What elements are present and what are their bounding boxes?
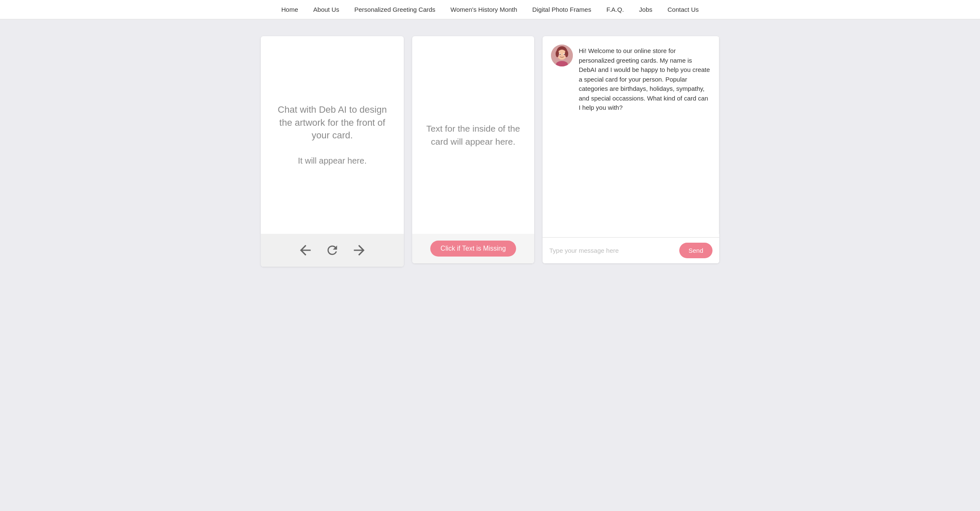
- avatar: [551, 45, 573, 66]
- front-card-sub-text: It will appear here.: [298, 155, 366, 167]
- svg-point-8: [564, 54, 564, 55]
- arrow-right-icon: [351, 242, 367, 258]
- nav-home[interactable]: Home: [281, 6, 298, 13]
- nav-greeting-cards[interactable]: Personalized Greeting Cards: [355, 6, 436, 13]
- inside-card-text: Text for the inside of the card will app…: [425, 122, 522, 148]
- welcome-message-text: Hi! Welcome to our online store for pers…: [579, 45, 710, 113]
- front-card-main-text: Chat with Deb AI to design the artwork f…: [273, 103, 391, 142]
- inside-card-controls: Click if Text is Missing: [412, 234, 534, 263]
- chat-messages-wrapper: Hi! Welcome to our online store for pers…: [543, 36, 719, 238]
- svg-point-10: [558, 56, 560, 57]
- svg-point-7: [559, 54, 560, 55]
- front-card-controls: [261, 234, 404, 267]
- send-button[interactable]: Send: [679, 243, 712, 258]
- nav-photo-frames[interactable]: Digital Photo Frames: [532, 6, 591, 13]
- nav-contact[interactable]: Contact Us: [667, 6, 699, 13]
- refresh-button[interactable]: [323, 241, 341, 260]
- chat-input[interactable]: [549, 244, 675, 257]
- refresh-icon: [325, 243, 339, 257]
- arrow-left-icon: [297, 242, 313, 258]
- main-nav: Home About Us Personalized Greeting Card…: [0, 0, 980, 19]
- nav-about[interactable]: About Us: [313, 6, 339, 13]
- main-content: Chat with Deb AI to design the artwork f…: [0, 19, 980, 283]
- chat-messages[interactable]: Hi! Welcome to our online store for pers…: [543, 36, 719, 234]
- next-button[interactable]: [350, 241, 369, 260]
- svg-point-11: [564, 56, 566, 57]
- chat-panel: Hi! Welcome to our online store for pers…: [543, 36, 719, 263]
- inside-card-content: Text for the inside of the card will app…: [412, 36, 534, 234]
- prev-button[interactable]: [296, 241, 315, 260]
- nav-jobs[interactable]: Jobs: [639, 6, 652, 13]
- svg-point-9: [562, 56, 562, 56]
- front-card-panel: Chat with Deb AI to design the artwork f…: [261, 36, 404, 267]
- avatar-image: [551, 45, 573, 66]
- front-card-content: Chat with Deb AI to design the artwork f…: [261, 36, 404, 234]
- nav-faq[interactable]: F.A.Q.: [607, 6, 624, 13]
- inside-card-panel: Text for the inside of the card will app…: [412, 36, 534, 263]
- chat-message-welcome: Hi! Welcome to our online store for pers…: [551, 45, 710, 113]
- chat-input-area: Send: [543, 238, 719, 263]
- missing-text-button[interactable]: Click if Text is Missing: [430, 241, 516, 257]
- nav-womens-history[interactable]: Women's History Month: [450, 6, 517, 13]
